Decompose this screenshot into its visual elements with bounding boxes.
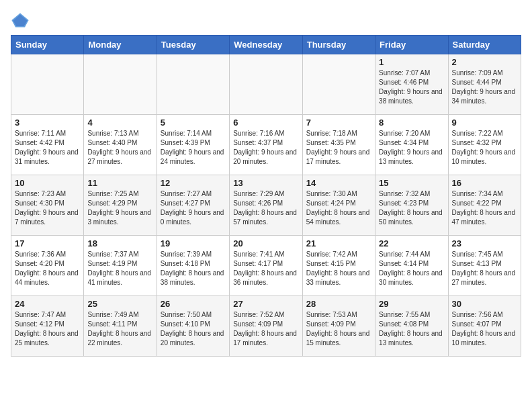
day-number: 4 bbox=[87, 118, 152, 128]
calendar-cell: 23Sunrise: 7:45 AM Sunset: 4:13 PM Dayli… bbox=[448, 236, 521, 296]
day-number: 21 bbox=[306, 238, 371, 248]
calendar-cell: 28Sunrise: 7:53 AM Sunset: 4:09 PM Dayli… bbox=[302, 296, 375, 357]
calendar-cell: 27Sunrise: 7:52 AM Sunset: 4:09 PM Dayli… bbox=[230, 296, 302, 357]
calendar-header-row: SundayMondayTuesdayWednesdayThursdayFrid… bbox=[11, 36, 521, 54]
calendar-cell: 21Sunrise: 7:42 AM Sunset: 4:15 PM Dayli… bbox=[302, 236, 375, 296]
calendar-cell: 13Sunrise: 7:29 AM Sunset: 4:26 PM Dayli… bbox=[230, 175, 302, 236]
day-header-sunday: Sunday bbox=[11, 36, 84, 54]
calendar-cell: 12Sunrise: 7:27 AM Sunset: 4:27 PM Dayli… bbox=[157, 175, 229, 236]
day-info: Sunrise: 7:07 AM Sunset: 4:46 PM Dayligh… bbox=[379, 68, 444, 106]
day-number: 9 bbox=[452, 118, 517, 128]
day-header-wednesday: Wednesday bbox=[230, 36, 302, 54]
calendar-cell: 1Sunrise: 7:07 AM Sunset: 4:46 PM Daylig… bbox=[375, 54, 448, 115]
day-number: 12 bbox=[161, 178, 226, 188]
day-number: 29 bbox=[379, 299, 444, 309]
day-info: Sunrise: 7:53 AM Sunset: 4:09 PM Dayligh… bbox=[306, 310, 371, 348]
day-info: Sunrise: 7:25 AM Sunset: 4:29 PM Dayligh… bbox=[87, 189, 152, 227]
day-number: 30 bbox=[452, 299, 517, 309]
day-number: 11 bbox=[87, 178, 152, 188]
day-number: 2 bbox=[452, 57, 517, 67]
day-header-saturday: Saturday bbox=[448, 36, 521, 54]
calendar-cell: 25Sunrise: 7:49 AM Sunset: 4:11 PM Dayli… bbox=[84, 296, 157, 357]
logo-icon bbox=[11, 11, 30, 30]
week-row-2: 10Sunrise: 7:23 AM Sunset: 4:30 PM Dayli… bbox=[11, 175, 521, 236]
calendar-cell: 18Sunrise: 7:37 AM Sunset: 4:19 PM Dayli… bbox=[84, 236, 157, 296]
day-number: 15 bbox=[379, 178, 444, 188]
day-number: 17 bbox=[15, 238, 80, 248]
day-info: Sunrise: 7:36 AM Sunset: 4:20 PM Dayligh… bbox=[15, 250, 80, 287]
day-number: 20 bbox=[233, 238, 298, 248]
day-number: 5 bbox=[161, 118, 226, 128]
calendar-table: SundayMondayTuesdayWednesdayThursdayFrid… bbox=[11, 35, 521, 357]
calendar-cell: 8Sunrise: 7:20 AM Sunset: 4:34 PM Daylig… bbox=[375, 115, 448, 175]
calendar-cell: 7Sunrise: 7:18 AM Sunset: 4:35 PM Daylig… bbox=[302, 115, 375, 175]
calendar-cell: 15Sunrise: 7:32 AM Sunset: 4:23 PM Dayli… bbox=[375, 175, 448, 236]
calendar-cell bbox=[11, 54, 84, 115]
calendar-cell: 16Sunrise: 7:34 AM Sunset: 4:22 PM Dayli… bbox=[448, 175, 521, 236]
day-number: 14 bbox=[306, 178, 371, 188]
week-row-0: 1Sunrise: 7:07 AM Sunset: 4:46 PM Daylig… bbox=[11, 54, 521, 115]
day-header-tuesday: Tuesday bbox=[157, 36, 229, 54]
day-info: Sunrise: 7:41 AM Sunset: 4:17 PM Dayligh… bbox=[233, 250, 298, 287]
week-row-4: 24Sunrise: 7:47 AM Sunset: 4:12 PM Dayli… bbox=[11, 296, 521, 357]
day-info: Sunrise: 7:42 AM Sunset: 4:15 PM Dayligh… bbox=[306, 250, 371, 287]
day-info: Sunrise: 7:55 AM Sunset: 4:08 PM Dayligh… bbox=[379, 310, 444, 348]
calendar-cell: 29Sunrise: 7:55 AM Sunset: 4:08 PM Dayli… bbox=[375, 296, 448, 357]
day-header-friday: Friday bbox=[375, 36, 448, 54]
day-number: 6 bbox=[233, 118, 298, 128]
day-info: Sunrise: 7:22 AM Sunset: 4:32 PM Dayligh… bbox=[452, 129, 517, 167]
day-info: Sunrise: 7:23 AM Sunset: 4:30 PM Dayligh… bbox=[15, 189, 80, 227]
day-info: Sunrise: 7:56 AM Sunset: 4:07 PM Dayligh… bbox=[452, 310, 517, 348]
calendar-cell: 3Sunrise: 7:11 AM Sunset: 4:42 PM Daylig… bbox=[11, 115, 84, 175]
day-info: Sunrise: 7:16 AM Sunset: 4:37 PM Dayligh… bbox=[233, 129, 298, 167]
day-number: 10 bbox=[15, 178, 80, 188]
day-info: Sunrise: 7:37 AM Sunset: 4:19 PM Dayligh… bbox=[87, 250, 152, 287]
day-number: 19 bbox=[161, 238, 226, 248]
day-number: 1 bbox=[379, 57, 444, 67]
calendar-cell: 26Sunrise: 7:50 AM Sunset: 4:10 PM Dayli… bbox=[157, 296, 229, 357]
day-header-thursday: Thursday bbox=[302, 36, 375, 54]
day-header-monday: Monday bbox=[84, 36, 157, 54]
calendar-cell: 24Sunrise: 7:47 AM Sunset: 4:12 PM Dayli… bbox=[11, 296, 84, 357]
day-number: 3 bbox=[15, 118, 80, 128]
day-info: Sunrise: 7:20 AM Sunset: 4:34 PM Dayligh… bbox=[379, 129, 444, 167]
calendar-cell: 6Sunrise: 7:16 AM Sunset: 4:37 PM Daylig… bbox=[230, 115, 302, 175]
calendar-cell: 10Sunrise: 7:23 AM Sunset: 4:30 PM Dayli… bbox=[11, 175, 84, 236]
day-info: Sunrise: 7:29 AM Sunset: 4:26 PM Dayligh… bbox=[233, 189, 298, 227]
day-info: Sunrise: 7:14 AM Sunset: 4:39 PM Dayligh… bbox=[161, 129, 226, 167]
day-info: Sunrise: 7:30 AM Sunset: 4:24 PM Dayligh… bbox=[306, 189, 371, 227]
calendar-cell: 30Sunrise: 7:56 AM Sunset: 4:07 PM Dayli… bbox=[448, 296, 521, 357]
calendar-cell: 11Sunrise: 7:25 AM Sunset: 4:29 PM Dayli… bbox=[84, 175, 157, 236]
day-number: 13 bbox=[233, 178, 298, 188]
day-info: Sunrise: 7:49 AM Sunset: 4:11 PM Dayligh… bbox=[87, 310, 152, 348]
day-info: Sunrise: 7:13 AM Sunset: 4:40 PM Dayligh… bbox=[87, 129, 152, 167]
calendar-cell: 2Sunrise: 7:09 AM Sunset: 4:44 PM Daylig… bbox=[448, 54, 521, 115]
logo bbox=[11, 11, 32, 30]
calendar-cell: 20Sunrise: 7:41 AM Sunset: 4:17 PM Dayli… bbox=[230, 236, 302, 296]
day-info: Sunrise: 7:32 AM Sunset: 4:23 PM Dayligh… bbox=[379, 189, 444, 227]
calendar-cell: 5Sunrise: 7:14 AM Sunset: 4:39 PM Daylig… bbox=[157, 115, 229, 175]
day-info: Sunrise: 7:27 AM Sunset: 4:27 PM Dayligh… bbox=[161, 189, 226, 227]
day-number: 16 bbox=[452, 178, 517, 188]
header bbox=[11, 11, 521, 30]
calendar-cell: 17Sunrise: 7:36 AM Sunset: 4:20 PM Dayli… bbox=[11, 236, 84, 296]
day-number: 27 bbox=[233, 299, 298, 309]
calendar-cell: 22Sunrise: 7:44 AM Sunset: 4:14 PM Dayli… bbox=[375, 236, 448, 296]
day-info: Sunrise: 7:44 AM Sunset: 4:14 PM Dayligh… bbox=[379, 250, 444, 287]
calendar-cell: 9Sunrise: 7:22 AM Sunset: 4:32 PM Daylig… bbox=[448, 115, 521, 175]
day-info: Sunrise: 7:18 AM Sunset: 4:35 PM Dayligh… bbox=[306, 129, 371, 167]
day-number: 24 bbox=[15, 299, 80, 309]
day-number: 26 bbox=[161, 299, 226, 309]
week-row-3: 17Sunrise: 7:36 AM Sunset: 4:20 PM Dayli… bbox=[11, 236, 521, 296]
day-number: 28 bbox=[306, 299, 371, 309]
day-info: Sunrise: 7:45 AM Sunset: 4:13 PM Dayligh… bbox=[452, 250, 517, 287]
day-info: Sunrise: 7:09 AM Sunset: 4:44 PM Dayligh… bbox=[452, 68, 517, 106]
day-number: 25 bbox=[87, 299, 152, 309]
day-number: 8 bbox=[379, 118, 444, 128]
calendar-cell: 4Sunrise: 7:13 AM Sunset: 4:40 PM Daylig… bbox=[84, 115, 157, 175]
calendar-cell bbox=[230, 54, 302, 115]
week-row-1: 3Sunrise: 7:11 AM Sunset: 4:42 PM Daylig… bbox=[11, 115, 521, 175]
day-number: 18 bbox=[87, 238, 152, 248]
calendar-cell bbox=[157, 54, 229, 115]
calendar-cell bbox=[84, 54, 157, 115]
